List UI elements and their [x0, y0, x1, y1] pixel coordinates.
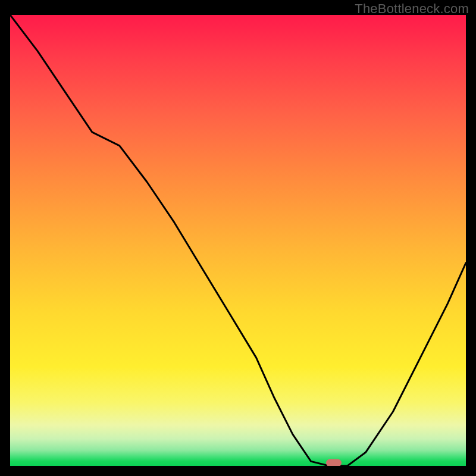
bottleneck-curve [10, 15, 466, 466]
curve-path [10, 15, 466, 466]
plot-area [10, 15, 466, 466]
plot-inner [10, 15, 466, 466]
chart-frame: TheBottleneck.com [0, 0, 476, 476]
optimal-point-marker [326, 459, 342, 466]
